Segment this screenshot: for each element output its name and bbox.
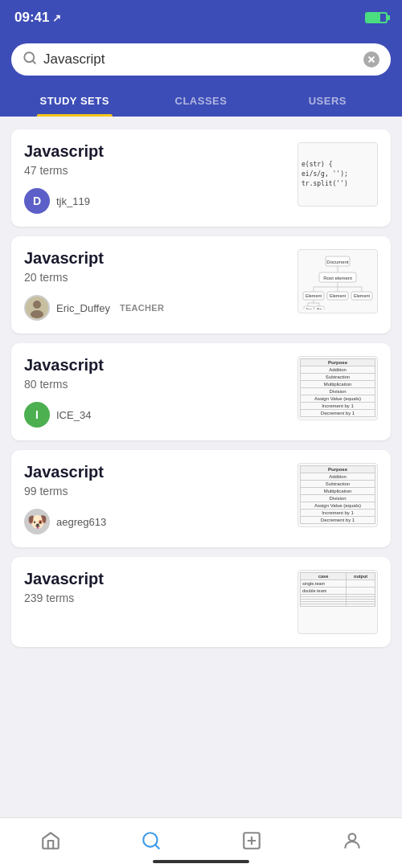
card-thumbnail: caseoutput single.team double team	[297, 570, 378, 634]
search-query: Javascript	[43, 51, 357, 68]
table-thumbnail: Purpose Addition Subtraction Multiplicat…	[298, 357, 377, 420]
teacher-badge: TEACHER	[120, 303, 164, 313]
table-thumbnail: Purpose Addition Subtraction Multiplicat…	[298, 464, 377, 526]
username: ICE_34	[56, 409, 91, 421]
svg-text:Root element: Root element	[323, 276, 352, 280]
tab-study-sets[interactable]: STUDY SETS	[11, 87, 137, 117]
nav-search[interactable]	[127, 826, 175, 855]
card-info: Javascript 99 terms 🐶 aegreg613	[24, 463, 288, 534]
card-thumbnail: e(str) { ei/s/g, ''); tr.split('')	[297, 142, 378, 207]
tab-bar: STUDY SETS CLASSES USERS	[11, 87, 391, 117]
card-info: Javascript 20 terms Eric_Duffey TEACHER	[24, 249, 288, 321]
nav-home[interactable]	[27, 826, 75, 855]
battery-icon	[365, 12, 388, 23]
card-title: Javascript	[24, 570, 288, 588]
code-thumbnail: e(str) { ei/s/g, ''); tr.split('')	[298, 143, 377, 206]
card-title: Javascript	[24, 249, 288, 268]
header: Javascript STUDY SETS CLASSES USERS	[0, 35, 402, 117]
code-line-3: tr.split('')	[302, 179, 374, 189]
avatar	[24, 295, 50, 321]
svg-text:Element: Element	[354, 293, 371, 298]
card-user: Eric_Duffey TEACHER	[24, 295, 288, 321]
svg-text:Element: Element	[330, 293, 347, 298]
svg-point-34	[348, 833, 355, 841]
card-terms: 239 terms	[24, 592, 288, 604]
nav-create[interactable]	[228, 826, 276, 855]
card-user: I ICE_34	[24, 402, 288, 428]
dog-icon: 🐶	[27, 512, 47, 531]
result-card-3[interactable]: Javascript 80 terms I ICE_34 Purpose Add…	[11, 343, 391, 440]
card-user: 🐶 aegreg613	[24, 509, 288, 534]
status-bar: 09:41 ↗	[0, 0, 402, 35]
time-display: 09:41	[14, 10, 49, 26]
card-terms: 99 terms	[24, 485, 288, 497]
card-info: Javascript 47 terms D tjk_119	[24, 142, 288, 214]
card-title: Javascript	[24, 463, 288, 481]
search-clear-button[interactable]	[363, 51, 379, 68]
svg-line-30	[155, 845, 159, 849]
card-title: Javascript	[24, 356, 288, 375]
avatar: 🐶	[24, 509, 50, 534]
search-bar[interactable]: Javascript	[11, 43, 391, 76]
tab-classes[interactable]: CLASSES	[137, 87, 264, 117]
username: aegreg613	[56, 516, 106, 528]
result-card-1[interactable]: Javascript 47 terms D tjk_119 e(str) { e…	[11, 129, 391, 227]
home-indicator	[153, 860, 249, 863]
card-terms: 47 terms	[24, 164, 288, 177]
dom-tree-svg: Document Root element Element Element El…	[302, 253, 374, 309]
search-icon	[140, 829, 162, 852]
card-terms: 20 terms	[24, 271, 288, 284]
card-info: Javascript 239 terms	[24, 570, 288, 616]
card-thumbnail: Purpose Addition Subtraction Multiplicat…	[297, 356, 378, 420]
code-line-2: ei/s/g, '');	[302, 170, 374, 179]
avatar: I	[24, 402, 50, 428]
card-info: Javascript 80 terms I ICE_34	[24, 356, 288, 428]
card-terms: 80 terms	[24, 378, 288, 391]
username: tjk_119	[56, 195, 90, 207]
svg-point-3	[33, 301, 41, 309]
result-card-2[interactable]: Javascript 20 terms Eric_Duffey TEACHER	[11, 236, 391, 334]
svg-text:Attr: Attr	[317, 307, 322, 309]
profile-icon	[341, 829, 363, 852]
svg-text:Text: Text	[306, 307, 312, 309]
tab-users[interactable]: USERS	[265, 87, 391, 117]
nav-profile[interactable]	[328, 826, 376, 855]
card-thumbnail: Document Root element Element Element El…	[297, 249, 378, 313]
svg-line-1	[32, 60, 35, 63]
avatar: D	[24, 188, 50, 214]
create-icon	[240, 829, 263, 852]
status-time: 09:41 ↗	[14, 10, 61, 26]
twocol-thumbnail: caseoutput single.team double team	[298, 571, 377, 633]
svg-text:Document: Document	[326, 260, 349, 264]
svg-text:Element: Element	[306, 293, 322, 298]
status-icons	[365, 12, 388, 23]
card-title: Javascript	[24, 142, 288, 161]
card-user: D tjk_119	[24, 188, 288, 214]
search-icon	[23, 51, 37, 68]
username: Eric_Duffey	[56, 302, 110, 314]
code-line-1: e(str) {	[302, 160, 374, 170]
result-card-5[interactable]: Javascript 239 terms caseoutput single.t…	[11, 557, 391, 647]
navigation-arrow-icon: ↗	[52, 12, 61, 24]
home-icon	[39, 829, 62, 852]
svg-point-4	[31, 310, 43, 318]
search-results: Javascript 47 terms D tjk_119 e(str) { e…	[0, 117, 402, 776]
result-card-4[interactable]: Javascript 99 terms 🐶 aegreg613 Purpose …	[11, 450, 391, 547]
card-thumbnail: Purpose Addition Subtraction Multiplicat…	[297, 463, 378, 527]
